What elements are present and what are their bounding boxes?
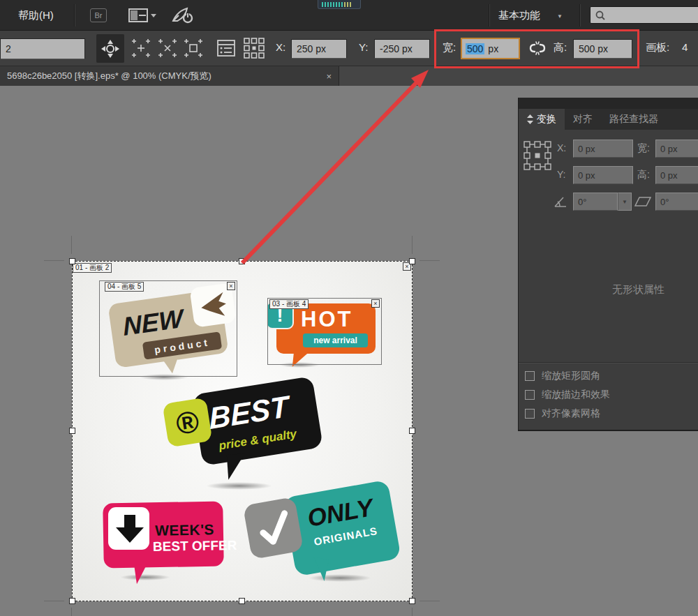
selection-handle[interactable] [69, 258, 75, 264]
checkmark-icon [251, 506, 296, 551]
checkbox[interactable] [525, 371, 535, 381]
down-arrow-icon [113, 513, 145, 544]
badge-arrow-box [108, 507, 149, 550]
artboard-delete-button[interactable] [156, 36, 179, 60]
reference-point-locator[interactable] [524, 141, 551, 173]
rearrange-artboards-button[interactable] [242, 35, 267, 61]
selection-handle[interactable] [69, 598, 75, 604]
illustrator-window: 帮助(H) Br 基本功能 [0, 0, 698, 616]
panel-tab-bar: 变换 对齐 路径查找器 [519, 109, 698, 130]
crop-mark [419, 260, 440, 261]
panel-x-input[interactable]: 0 px [573, 140, 633, 158]
sub-artboard-label[interactable]: 04 - 画板 5 [105, 282, 144, 292]
x-label: X: [276, 41, 285, 53]
tab-transform[interactable]: 变换 [519, 109, 565, 130]
workspace-selector[interactable]: 基本功能 [498, 0, 540, 31]
shear-angle-icon [634, 196, 651, 210]
document-tab-bar: 5698c26be2050 [转换].eps* @ 100% (CMYK/预览)… [0, 66, 698, 86]
y-label: Y: [359, 41, 368, 53]
sub-artboard-label[interactable]: 03 - 画板 4 [269, 299, 309, 309]
crop-mark [419, 601, 440, 601]
search-box[interactable] [590, 6, 698, 24]
artboard-add-button[interactable] [130, 36, 152, 60]
crop-mark [412, 608, 413, 616]
y-input[interactable]: -250 px [374, 39, 430, 59]
badge-subtitle: BEST OFFER [153, 539, 237, 553]
checkbox-label: 对齐像素网格 [542, 407, 600, 420]
chevron-down-icon[interactable]: ▼ [557, 13, 563, 20]
selection-handle[interactable] [409, 598, 415, 604]
document-title: 5698c26be2050 [转换].eps* @ 100% (CMYK/预览) [7, 70, 211, 82]
badge-tail [227, 453, 246, 480]
bridge-button[interactable]: Br [90, 8, 107, 22]
tab-align[interactable]: 对齐 [565, 109, 601, 130]
move-tool-button[interactable] [96, 34, 124, 63]
rotate-dropdown-button[interactable]: ▼ [618, 193, 632, 211]
shear-input[interactable]: 0° [655, 193, 698, 211]
artboard-label[interactable]: 01 - 画板 2 [73, 263, 112, 273]
artboard-options-button[interactable] [215, 36, 237, 60]
selection-handle[interactable] [239, 258, 245, 264]
artboard-convert-button[interactable] [182, 36, 205, 60]
menu-bar: 帮助(H) Br 基本功能 [0, 0, 698, 31]
crop-mark [71, 608, 72, 616]
tab-close-icon[interactable]: × [326, 71, 332, 82]
artboard-cross-icon [158, 38, 177, 58]
badge-shadow [206, 482, 272, 490]
rotate-input[interactable]: 0° [573, 193, 618, 211]
selection-handle[interactable] [409, 258, 415, 264]
crop-mark [44, 260, 64, 261]
move-icon [101, 40, 119, 58]
sub-artboard-close-icon[interactable]: × [227, 282, 235, 290]
sub-artboard-new[interactable] [99, 280, 237, 377]
rotate-angle-icon [554, 195, 569, 211]
panel-width-input[interactable]: 0 px [655, 140, 698, 158]
no-shape-properties-text: 无形状属性 [578, 283, 698, 296]
badge-title: WEEK'S [155, 522, 214, 537]
chevron-down-icon: ▼ [622, 199, 628, 205]
badge-registered-box: ® [162, 397, 212, 447]
panel-y-input[interactable]: 0 px [573, 166, 633, 184]
panel-height-label: 高: [637, 169, 650, 181]
transform-panel: 变换 对齐 路径查找器 [518, 98, 698, 431]
x-input[interactable]: 250 px [291, 39, 347, 59]
cs-live-button[interactable] [170, 6, 194, 28]
reference-point-icon [524, 141, 551, 170]
badge-check-box [243, 497, 304, 559]
checkbox[interactable] [525, 409, 535, 419]
document-tab[interactable]: 5698c26be2050 [转换].eps* @ 100% (CMYK/预览)… [0, 66, 339, 86]
panel-x-label: X: [557, 142, 566, 153]
panel-width-label: 宽: [637, 142, 650, 155]
menubar-divider [489, 4, 489, 27]
annotation-rectangle [434, 29, 639, 68]
checkbox-label: 缩放矩形圆角 [542, 370, 600, 382]
sub-artboard-close-icon[interactable]: × [371, 299, 380, 308]
panel-height-input[interactable]: 0 px [655, 166, 698, 184]
collapse-icon [527, 114, 533, 124]
rocket-icon [170, 6, 194, 25]
crop-mark [71, 236, 72, 254]
name-input[interactable]: 2 [0, 38, 85, 59]
checkbox-row-scale-corners[interactable]: 缩放矩形圆角 [525, 370, 600, 382]
artboard-square-icon [184, 38, 203, 58]
panel-y-label: Y: [557, 169, 565, 180]
crop-mark [44, 601, 64, 601]
tab-label: 路径查找器 [609, 113, 658, 126]
menu-help[interactable]: 帮助(H) [18, 0, 54, 31]
artboard-count-label: 画板: [646, 41, 669, 54]
panel-header-strip[interactable] [519, 98, 698, 109]
checkbox-row-scale-strokes[interactable]: 缩放描边和效果 [525, 389, 610, 401]
selection-handle[interactable] [409, 428, 415, 434]
checkbox[interactable] [525, 390, 535, 400]
artboard-count-value: 4 [682, 41, 688, 53]
selection-handle[interactable] [239, 598, 245, 604]
workspace-switcher-button[interactable] [128, 8, 156, 25]
crop-mark [412, 236, 413, 254]
selection-handle[interactable] [69, 428, 75, 434]
badge-tail [134, 564, 150, 584]
menubar-divider [579, 4, 580, 27]
tab-pathfinder[interactable]: 路径查找器 [601, 109, 667, 130]
checkbox-row-align-pixel-grid[interactable]: 对齐像素网格 [525, 407, 600, 420]
artboard-plus-icon [131, 38, 151, 58]
search-icon [595, 10, 606, 21]
